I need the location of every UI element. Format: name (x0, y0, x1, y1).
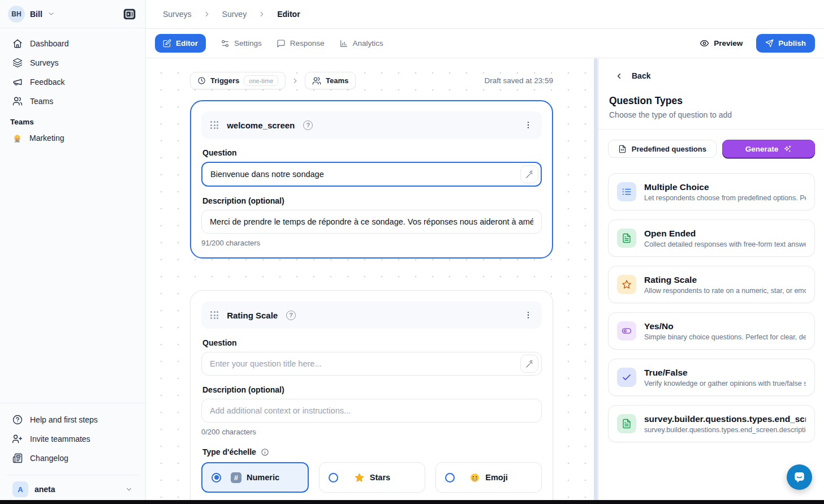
teams-chip[interactable]: Teams (305, 72, 356, 89)
layers-icon (12, 58, 23, 68)
question-input[interactable] (201, 162, 542, 187)
workspace-switcher[interactable]: BH Bill (0, 0, 145, 28)
scale-option-stars[interactable]: Stars (319, 462, 425, 493)
tab-analytics[interactable]: Analytics (339, 39, 383, 48)
smiley-icon (469, 472, 480, 483)
account-avatar: A (12, 481, 28, 497)
divider (599, 129, 824, 130)
toggle-icon (622, 326, 632, 336)
radio-icon (445, 473, 455, 483)
clock-icon (197, 76, 206, 85)
drag-handle-icon[interactable] (210, 311, 218, 319)
workspace-avatar: BH (8, 6, 25, 23)
question-type-rating-scale[interactable]: Rating Scale Allow respondents to rate o… (608, 266, 815, 303)
chat-bubble-icon (277, 39, 286, 48)
editor-canvas: Triggers one-time Teams Draft saved at 2… (146, 58, 598, 504)
sidebar-item-label: Invite teammates (30, 434, 90, 443)
card-header: Rating Scale ? (201, 301, 542, 329)
workspace-name: Bill (30, 10, 42, 19)
publish-button[interactable]: Publish (756, 34, 815, 53)
ellipsis-vertical-icon (524, 120, 533, 130)
question-type-end-screen[interactable]: survey.builder.questions.types.end_scr..… (608, 405, 815, 442)
ellipsis-vertical-icon (524, 311, 533, 320)
breadcrumb-surveys[interactable]: Surveys (163, 10, 192, 19)
card-title: Rating Scale (227, 311, 278, 320)
rating-scale-card[interactable]: Rating Scale ? Question Description (opt… (190, 290, 553, 504)
question-type-multiple-choice[interactable]: Multiple Choice Let respondents choose f… (608, 173, 815, 210)
sidebar-item-teams[interactable]: Teams (7, 92, 139, 111)
description-input[interactable] (201, 210, 542, 234)
char-counter: 0/200 characters (201, 428, 542, 436)
drag-handle-icon[interactable] (210, 121, 218, 129)
star-outline-icon (622, 279, 632, 290)
sidebar-team-marketing[interactable]: Marketing (7, 128, 139, 148)
triggers-chip[interactable]: Triggers one-time (190, 72, 286, 89)
document-icon (622, 419, 632, 429)
magic-wand-icon (525, 170, 534, 179)
breadcrumb: Surveys Survey Editor (146, 0, 824, 29)
ai-rewrite-button[interactable] (520, 355, 538, 373)
tab-response[interactable]: Response (277, 39, 325, 48)
question-type-description: Simple binary choice questions. Perfect … (644, 333, 806, 341)
question-input[interactable] (201, 352, 542, 376)
card-menu-button[interactable] (524, 311, 533, 320)
option-label: Stars (370, 473, 390, 482)
question-type-yes-no[interactable]: Yes/No Simple binary choice questions. P… (608, 312, 815, 350)
newspaper-icon (12, 453, 23, 463)
sidebar-item-label: Feedback (30, 77, 64, 87)
scale-option-numeric[interactable]: # Numeric (201, 462, 309, 493)
sidebar-item-feedback[interactable]: Feedback (7, 72, 139, 92)
tab-label: Analytics (353, 39, 383, 48)
scale-option-emoji[interactable]: Emoji (435, 462, 542, 493)
welcome-screen-card[interactable]: welcome_screen ? Question Description (o… (190, 100, 553, 259)
chevron-left-icon (615, 72, 623, 80)
chevron-down-icon (125, 485, 133, 493)
scale-type-options: # Numeric Stars Emoji (201, 462, 542, 493)
question-type-true-false[interactable]: True/False Verify knowledge or gather op… (608, 359, 815, 396)
panel-subtitle: Choose the type of question to add (609, 110, 814, 119)
question-type-open-ended[interactable]: Open Ended Collect detailed responses wi… (608, 219, 815, 257)
preview-button[interactable]: Preview (700, 38, 743, 48)
sidebar-item-dashboard[interactable]: Dashboard (7, 34, 139, 53)
pencil-square-icon (163, 39, 171, 48)
sidebar-item-surveys[interactable]: Surveys (7, 53, 139, 72)
canvas-scrollbar[interactable] (594, 58, 598, 504)
generate-button[interactable]: Generate (722, 140, 815, 158)
question-type-description: Verify knowledge or gather opinions with… (644, 380, 806, 387)
star-icon (354, 472, 365, 483)
sidebar: BH Bill Dashboard Surveys (0, 0, 146, 504)
question-type-description: survey.builder.questions.types.end_scree… (644, 426, 806, 434)
question-type-title: survey.builder.questions.types.end_scr..… (644, 414, 806, 424)
sidebar-item-changelog[interactable]: Changelog (7, 449, 139, 468)
eye-icon (700, 38, 709, 48)
sidebar-item-invite[interactable]: Invite teammates (7, 429, 139, 449)
chat-smile-icon (793, 471, 806, 484)
tab-editor[interactable]: Editor (155, 34, 206, 53)
publish-label: Publish (778, 39, 806, 48)
user-plus-icon (12, 434, 23, 444)
file-code-icon (618, 145, 627, 153)
tab-settings[interactable]: Settings (221, 39, 262, 48)
sparkles-icon (783, 145, 792, 153)
question-type-title: Yes/No (644, 321, 806, 331)
card-header: welcome_screen ? (201, 111, 542, 139)
sidebar-item-label: Surveys (30, 58, 59, 67)
button-label: Generate (745, 145, 779, 153)
predefined-questions-button[interactable]: Predefined questions (608, 140, 717, 158)
sidebar-item-help[interactable]: Help and first steps (7, 410, 139, 429)
help-icon[interactable]: ? (286, 311, 296, 320)
construction-worker-icon (12, 133, 22, 143)
description-input[interactable] (201, 399, 542, 423)
help-icon[interactable]: ? (303, 120, 313, 130)
option-label: Emoji (485, 473, 507, 482)
back-button[interactable]: Back (608, 58, 815, 80)
sidebar-collapse-button[interactable] (120, 5, 139, 23)
button-label: Predefined questions (632, 145, 706, 153)
team-label: Marketing (29, 133, 64, 143)
ai-rewrite-button[interactable] (520, 165, 538, 183)
breadcrumb-survey[interactable]: Survey (222, 10, 247, 19)
chat-widget-button[interactable] (787, 464, 812, 490)
home-icon (12, 38, 23, 49)
card-menu-button[interactable] (524, 120, 533, 130)
back-label: Back (632, 71, 650, 80)
